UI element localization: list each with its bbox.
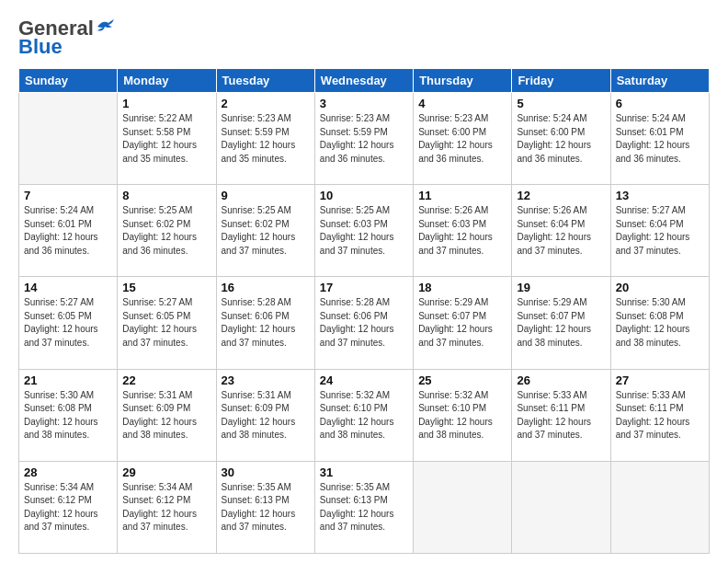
header: General Blue <box>18 17 710 59</box>
calendar-week-5: 28Sunrise: 5:34 AM Sunset: 6:12 PM Dayli… <box>19 461 710 553</box>
cell-info: Sunrise: 5:25 AM Sunset: 6:02 PM Dayligh… <box>222 204 310 258</box>
calendar-cell: 9Sunrise: 5:25 AM Sunset: 6:02 PM Daylig… <box>216 185 314 277</box>
day-number: 26 <box>517 373 605 387</box>
day-number: 22 <box>122 373 210 387</box>
calendar-cell: 12Sunrise: 5:26 AM Sunset: 6:04 PM Dayli… <box>512 185 610 277</box>
calendar-cell: 2Sunrise: 5:23 AM Sunset: 5:59 PM Daylig… <box>216 93 314 185</box>
day-number: 10 <box>320 189 408 202</box>
calendar-week-3: 14Sunrise: 5:27 AM Sunset: 6:05 PM Dayli… <box>19 277 710 369</box>
day-number: 21 <box>24 373 112 387</box>
day-number: 31 <box>320 465 408 479</box>
day-number: 16 <box>222 281 310 294</box>
cell-info: Sunrise: 5:26 AM Sunset: 6:04 PM Dayligh… <box>517 204 605 258</box>
day-number: 5 <box>517 97 605 110</box>
day-number: 27 <box>616 373 704 387</box>
calendar-cell: 7Sunrise: 5:24 AM Sunset: 6:01 PM Daylig… <box>19 185 118 277</box>
calendar-cell <box>610 461 709 553</box>
day-number: 23 <box>222 373 310 387</box>
calendar-cell: 26Sunrise: 5:33 AM Sunset: 6:11 PM Dayli… <box>512 369 610 461</box>
cell-info: Sunrise: 5:24 AM Sunset: 6:01 PM Dayligh… <box>24 204 112 258</box>
logo: General Blue <box>18 17 116 59</box>
day-number: 15 <box>122 281 210 294</box>
cell-info: Sunrise: 5:34 AM Sunset: 6:12 PM Dayligh… <box>122 481 210 534</box>
cell-info: Sunrise: 5:26 AM Sunset: 6:03 PM Dayligh… <box>418 204 506 258</box>
calendar-cell: 13Sunrise: 5:27 AM Sunset: 6:04 PM Dayli… <box>610 185 709 277</box>
day-number: 1 <box>122 97 210 110</box>
calendar-cell: 18Sunrise: 5:29 AM Sunset: 6:07 PM Dayli… <box>414 277 512 369</box>
calendar-cell <box>414 461 512 553</box>
calendar-cell <box>512 461 610 553</box>
day-number: 24 <box>320 373 408 387</box>
calendar-cell: 4Sunrise: 5:23 AM Sunset: 6:00 PM Daylig… <box>414 93 512 185</box>
day-number: 20 <box>616 281 704 294</box>
cell-info: Sunrise: 5:27 AM Sunset: 6:04 PM Dayligh… <box>616 204 704 258</box>
day-number: 2 <box>222 97 310 110</box>
calendar-cell: 28Sunrise: 5:34 AM Sunset: 6:12 PM Dayli… <box>19 461 118 553</box>
calendar-cell: 30Sunrise: 5:35 AM Sunset: 6:13 PM Dayli… <box>216 461 314 553</box>
calendar-cell: 24Sunrise: 5:32 AM Sunset: 6:10 PM Dayli… <box>314 369 413 461</box>
cell-info: Sunrise: 5:30 AM Sunset: 6:08 PM Dayligh… <box>616 296 704 350</box>
calendar-cell: 31Sunrise: 5:35 AM Sunset: 6:13 PM Dayli… <box>314 461 413 553</box>
cell-info: Sunrise: 5:22 AM Sunset: 5:58 PM Dayligh… <box>122 112 210 166</box>
cell-info: Sunrise: 5:24 AM Sunset: 6:00 PM Dayligh… <box>517 112 605 166</box>
calendar-cell: 20Sunrise: 5:30 AM Sunset: 6:08 PM Dayli… <box>610 277 709 369</box>
day-number: 25 <box>418 373 506 387</box>
day-number: 9 <box>222 189 310 202</box>
day-number: 18 <box>418 281 506 294</box>
calendar-cell: 17Sunrise: 5:28 AM Sunset: 6:06 PM Dayli… <box>314 277 413 369</box>
weekday-header-tuesday: Tuesday <box>216 69 314 93</box>
cell-info: Sunrise: 5:27 AM Sunset: 6:05 PM Dayligh… <box>24 296 112 350</box>
day-number: 7 <box>24 189 112 202</box>
day-number: 12 <box>517 189 605 202</box>
calendar-cell: 16Sunrise: 5:28 AM Sunset: 6:06 PM Dayli… <box>216 277 314 369</box>
cell-info: Sunrise: 5:31 AM Sunset: 6:09 PM Dayligh… <box>122 389 210 442</box>
calendar-table: SundayMondayTuesdayWednesdayThursdayFrid… <box>18 68 710 554</box>
weekday-header-thursday: Thursday <box>414 69 512 93</box>
calendar-cell: 25Sunrise: 5:32 AM Sunset: 6:10 PM Dayli… <box>414 369 512 461</box>
cell-info: Sunrise: 5:23 AM Sunset: 5:59 PM Dayligh… <box>320 112 408 166</box>
day-number: 8 <box>122 189 210 202</box>
calendar-week-1: 1Sunrise: 5:22 AM Sunset: 5:58 PM Daylig… <box>19 93 710 185</box>
cell-info: Sunrise: 5:27 AM Sunset: 6:05 PM Dayligh… <box>122 296 210 350</box>
calendar-cell: 6Sunrise: 5:24 AM Sunset: 6:01 PM Daylig… <box>610 93 709 185</box>
calendar-cell: 11Sunrise: 5:26 AM Sunset: 6:03 PM Dayli… <box>414 185 512 277</box>
calendar-cell: 27Sunrise: 5:33 AM Sunset: 6:11 PM Dayli… <box>610 369 709 461</box>
calendar-week-4: 21Sunrise: 5:30 AM Sunset: 6:08 PM Dayli… <box>19 369 710 461</box>
calendar-cell: 21Sunrise: 5:30 AM Sunset: 6:08 PM Dayli… <box>19 369 118 461</box>
calendar-cell: 10Sunrise: 5:25 AM Sunset: 6:03 PM Dayli… <box>314 185 413 277</box>
day-number: 28 <box>24 465 112 479</box>
cell-info: Sunrise: 5:29 AM Sunset: 6:07 PM Dayligh… <box>517 296 605 350</box>
day-number: 6 <box>616 97 704 110</box>
cell-info: Sunrise: 5:32 AM Sunset: 6:10 PM Dayligh… <box>320 389 408 442</box>
calendar-cell: 5Sunrise: 5:24 AM Sunset: 6:00 PM Daylig… <box>512 93 610 185</box>
cell-info: Sunrise: 5:28 AM Sunset: 6:06 PM Dayligh… <box>222 296 310 350</box>
weekday-header-saturday: Saturday <box>610 69 709 93</box>
day-number: 4 <box>418 97 506 110</box>
day-number: 13 <box>616 189 704 202</box>
weekday-header-friday: Friday <box>512 69 610 93</box>
day-number: 3 <box>320 97 408 110</box>
cell-info: Sunrise: 5:25 AM Sunset: 6:03 PM Dayligh… <box>320 204 408 258</box>
cell-info: Sunrise: 5:33 AM Sunset: 6:11 PM Dayligh… <box>517 389 605 442</box>
cell-info: Sunrise: 5:34 AM Sunset: 6:12 PM Dayligh… <box>24 481 112 534</box>
calendar-cell: 22Sunrise: 5:31 AM Sunset: 6:09 PM Dayli… <box>118 369 216 461</box>
calendar-cell: 23Sunrise: 5:31 AM Sunset: 6:09 PM Dayli… <box>216 369 314 461</box>
calendar-cell: 8Sunrise: 5:25 AM Sunset: 6:02 PM Daylig… <box>118 185 216 277</box>
calendar-cell: 15Sunrise: 5:27 AM Sunset: 6:05 PM Dayli… <box>118 277 216 369</box>
day-number: 14 <box>24 281 112 294</box>
cell-info: Sunrise: 5:35 AM Sunset: 6:13 PM Dayligh… <box>320 481 408 534</box>
page: General Blue SundayMondayTuesdayWednesda… <box>0 0 728 563</box>
cell-info: Sunrise: 5:29 AM Sunset: 6:07 PM Dayligh… <box>418 296 506 350</box>
cell-info: Sunrise: 5:31 AM Sunset: 6:09 PM Dayligh… <box>222 389 310 442</box>
weekday-header-wednesday: Wednesday <box>314 69 413 93</box>
calendar-week-2: 7Sunrise: 5:24 AM Sunset: 6:01 PM Daylig… <box>19 185 710 277</box>
weekday-header-monday: Monday <box>118 69 216 93</box>
logo-blue-text: Blue <box>18 35 63 59</box>
cell-info: Sunrise: 5:24 AM Sunset: 6:01 PM Dayligh… <box>616 112 704 166</box>
day-number: 29 <box>122 465 210 479</box>
weekday-header-sunday: Sunday <box>19 69 118 93</box>
day-number: 19 <box>517 281 605 294</box>
day-number: 30 <box>222 465 310 479</box>
cell-info: Sunrise: 5:25 AM Sunset: 6:02 PM Dayligh… <box>122 204 210 258</box>
weekday-header-row: SundayMondayTuesdayWednesdayThursdayFrid… <box>19 69 710 93</box>
